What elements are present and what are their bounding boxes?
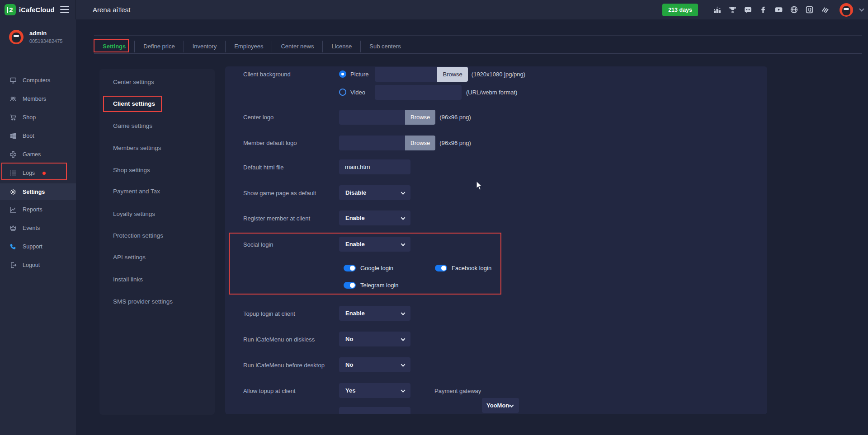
run-icafemenu-before-desktop-select[interactable]: No [339,357,410,372]
tabs-underline [94,53,862,54]
center-logo-input[interactable] [339,110,405,125]
field-label-allow-topup: Allow topup at client [243,383,296,398]
field-label-topup-login: Topup login at client [243,306,295,321]
sidebar-item-reports[interactable]: Reports [0,201,76,219]
register-member-select[interactable]: Enable [339,210,410,225]
sidebar-item-members[interactable]: Members [0,90,76,108]
member-logo-hint: (96x96 png) [439,136,471,150]
sidebar-item-logout[interactable]: Logout [0,256,76,274]
license-days-badge[interactable]: 213 days [662,4,698,16]
facebook-login-toggle[interactable] [435,265,447,271]
partner-icon[interactable] [821,5,829,14]
user-avatar[interactable] [840,3,853,17]
telegram-login-toggle-row: Telegram login [344,281,399,290]
telegram-login-toggle[interactable] [344,282,356,289]
tab-employees[interactable]: Employees [226,41,272,52]
globe-icon[interactable] [790,5,798,14]
member-logo-browse-button[interactable]: Browse [405,136,435,150]
menu-item-client-settings[interactable]: Client settings [99,94,215,112]
menu-item-payment-and-tax[interactable]: Payment and Tax [99,182,215,200]
sidebar-item-shop[interactable]: Shop [0,108,76,126]
menu-item-game-settings[interactable]: Game settings [99,117,215,135]
facebook-icon[interactable] [759,5,768,14]
sidebar-item-games[interactable]: Games [0,145,76,164]
logs-notification-dot [42,172,46,175]
app-screen: 2 iCafeCloud Arena aiTest 213 days [0,0,868,435]
show-game-page-select[interactable]: Disable [339,185,410,200]
menu-item-shop-settings[interactable]: Shop settings [99,161,215,179]
tab-settings[interactable]: Settings [94,41,134,52]
tab-center-news[interactable]: Center news [272,41,322,52]
sidebar-item-logs[interactable]: Logs [0,164,76,182]
sidebar-item-settings[interactable]: Settings [0,183,76,200]
field-label-member-default-logo: Member default logo [243,135,297,150]
youtube-icon[interactable] [774,5,783,14]
video-radio[interactable] [339,89,346,96]
google-login-toggle-row: Google login [344,263,393,272]
icafecloud-icon[interactable] [805,5,814,14]
field-label-center-logo: Center logo [243,109,274,125]
menu-toggle-button[interactable] [60,6,69,13]
menu-item-members-settings[interactable]: Members settings [99,139,215,157]
sidebar-item-computers[interactable]: Computers [0,71,76,89]
menu-item-protection-settings[interactable]: Protection settings [99,226,215,244]
field-label-show-game-page: Show game page as default [243,185,316,201]
menu-item-install-links[interactable]: Install links [99,270,215,288]
run-icafemenu-diskless-select[interactable]: No [339,332,410,346]
picture-option-label: Picture [350,71,368,78]
payment-gateway-select[interactable]: YooMoney [482,398,519,413]
tab-license[interactable]: License [323,41,360,52]
sidebar: admin 005193482475 Computers Members Sho… [0,19,76,435]
client-settings-form: Client background Picture Browse (1920x1… [225,66,767,414]
sidebar-item-events[interactable]: Events [0,219,76,237]
allow-topup-select[interactable]: Yes [339,383,410,398]
tab-inventory[interactable]: Inventory [184,41,225,52]
center-tabs: Settings Define price Inventory Employee… [94,39,410,53]
social-login-select[interactable]: Enable [339,237,410,252]
top-header: 2 iCafeCloud Arena aiTest 213 days [0,0,868,19]
chevron-down-icon[interactable] [859,6,864,11]
picture-hint: (1920x1080 jpg/png) [472,67,525,82]
telegram-login-label: Telegram login [360,282,399,289]
user-name: admin [29,30,62,37]
sidebar-item-support[interactable]: Support [0,238,76,256]
partial-input[interactable] [339,407,410,414]
trophy-icon[interactable] [728,5,737,14]
menu-item-center-settings[interactable]: Center settings [99,73,215,91]
tab-sub-centers[interactable]: Sub centers [361,41,409,52]
sidebar-item-boot[interactable]: Boot [0,127,76,145]
user-id: 005193482475 [29,38,62,44]
page-title: Arena aiTest [93,0,130,19]
ranking-icon[interactable] [713,5,722,14]
content-top-divider [94,35,862,36]
discord-icon[interactable] [744,5,752,14]
picture-radio[interactable] [339,70,346,78]
facebook-login-toggle-row: Facebook login [435,263,491,272]
tab-define-price[interactable]: Define price [135,41,183,52]
field-label-client-background: Client background [243,66,291,82]
facebook-login-label: Facebook login [452,265,491,271]
field-label-register-member: Register member at client [243,210,310,226]
icafecloud-logo-icon: 2 [5,4,16,15]
field-label-default-html-file: Default html file [243,159,284,175]
video-url-input[interactable] [375,85,462,100]
menu-item-loyalty-settings[interactable]: Loyalty settings [99,205,215,223]
google-login-label: Google login [360,265,393,271]
menu-item-sms-provider-settings[interactable]: SMS provider settings [99,292,215,310]
google-login-toggle[interactable] [344,265,356,271]
video-hint: (URL/webm format) [466,85,517,100]
topup-login-select[interactable]: Enable [339,306,410,321]
field-label-social-login: Social login [243,237,274,252]
center-logo-browse-button[interactable]: Browse [405,110,435,125]
sidebar-user[interactable]: admin 005193482475 [0,19,76,54]
member-logo-input[interactable] [339,136,405,150]
video-option-label: Video [350,89,365,96]
menu-item-api-settings[interactable]: API settings [99,248,215,266]
picture-file-input[interactable] [375,67,437,82]
default-html-file-input[interactable]: main.htm [339,159,410,174]
field-label-run-icafemenu-diskless: Run iCafeMenu on diskless [243,332,315,347]
settings-menu-panel: Center settings Client settings Game set… [99,69,215,415]
picture-browse-button[interactable]: Browse [437,67,467,82]
payment-gateway-label: Payment gateway [434,383,481,398]
center-logo-hint: (96x96 png) [439,110,471,125]
